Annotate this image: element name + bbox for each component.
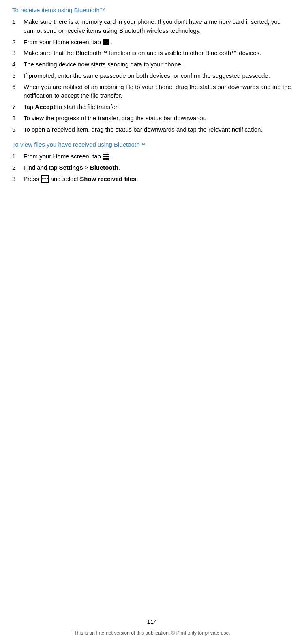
list-text: The sending device now starts sending da…: [24, 60, 183, 69]
section1-heading: To receive items using Bluetooth™: [12, 6, 292, 13]
list-text: From your Home screen, tap .: [24, 152, 111, 161]
list-item: 3 Press and select Show received files.: [12, 175, 292, 183]
page-number: 114: [0, 618, 304, 625]
grid-icon: [103, 154, 109, 160]
section2-list: 1 From your Home screen, tap . 2 Find an…: [12, 152, 292, 183]
footer-text: This is an Internet version of this publ…: [74, 630, 230, 636]
list-number: 9: [12, 125, 24, 134]
section2-heading: To view files you have received using Bl…: [12, 141, 292, 148]
page-footer: 114 This is an Internet version of this …: [0, 618, 304, 636]
list-item: 3 Make sure that the Bluetooth™ function…: [12, 49, 292, 58]
list-number: 8: [12, 114, 24, 123]
list-number: 5: [12, 71, 24, 80]
page-content: To receive items using Bluetooth™ 1 Make…: [0, 0, 304, 215]
list-item: 6 When you are notified of an incoming f…: [12, 83, 292, 100]
list-number: 1: [12, 17, 24, 26]
list-number: 2: [12, 38, 24, 47]
list-item: 8 To view the progress of the transfer, …: [12, 114, 292, 123]
list-text: To view the progress of the transfer, dr…: [24, 114, 206, 123]
section1-list: 1 Make sure there is a memory card in yo…: [12, 17, 292, 134]
list-number: 6: [12, 83, 24, 92]
list-text: Tap Accept to start the file transfer.: [24, 102, 119, 111]
list-item: 1 From your Home screen, tap .: [12, 152, 292, 161]
list-text: When you are notified of an incoming fil…: [24, 83, 292, 100]
menu-icon: [41, 175, 49, 183]
list-text: If prompted, enter the same passcode on …: [24, 71, 270, 80]
list-number: 3: [12, 49, 24, 58]
list-number: 7: [12, 102, 24, 111]
list-item: 7 Tap Accept to start the file transfer.: [12, 102, 292, 111]
grid-icon: [103, 39, 109, 45]
list-text: From your Home screen, tap .: [24, 38, 113, 47]
list-text: Make sure there is a memory card in your…: [24, 17, 292, 35]
bold-text: Settings: [59, 164, 83, 171]
list-number: 1: [12, 152, 24, 161]
list-item: 5 If prompted, enter the same passcode o…: [12, 71, 292, 80]
list-number: 2: [12, 163, 24, 172]
list-text: To open a received item, drag the status…: [24, 125, 263, 134]
list-item: 1 Make sure there is a memory card in yo…: [12, 17, 292, 35]
list-number: 3: [12, 175, 24, 183]
list-item: 2 From your Home screen, tap .: [12, 38, 292, 47]
list-text: Press and select Show received files.: [24, 175, 138, 183]
bold-text: Bluetooth: [90, 164, 118, 171]
list-item: 4 The sending device now starts sending …: [12, 60, 292, 69]
list-text: Find and tap Settings > Bluetooth.: [24, 163, 120, 172]
list-number: 4: [12, 60, 24, 69]
bold-text: Accept: [35, 103, 55, 110]
bold-text: Show received files: [80, 175, 136, 182]
list-item: 9 To open a received item, drag the stat…: [12, 125, 292, 134]
list-text: Make sure that the Bluetooth™ function i…: [24, 49, 261, 58]
list-item: 2 Find and tap Settings > Bluetooth.: [12, 163, 292, 172]
